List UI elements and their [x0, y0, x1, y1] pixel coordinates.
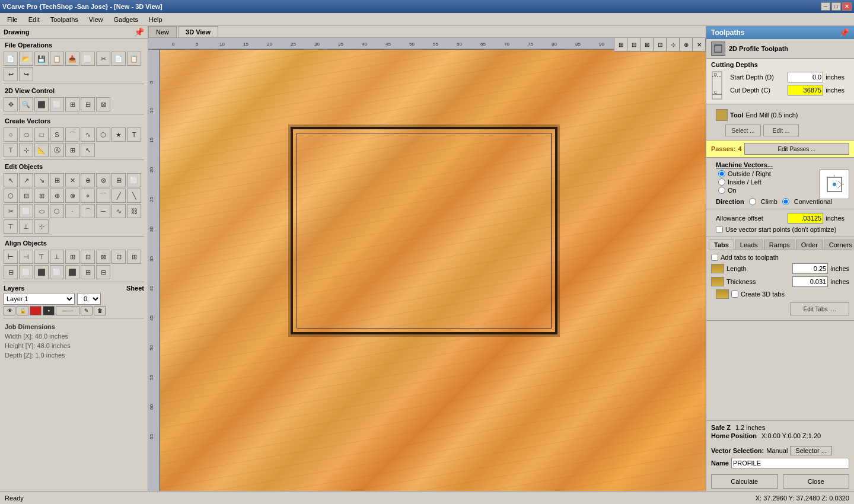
layer-fill-btn[interactable]: ▪ [43, 306, 55, 315]
polygon-btn[interactable]: S [50, 127, 64, 142]
straight-btn[interactable]: ─ [96, 204, 110, 218]
paste-btn[interactable]: 📋 [127, 52, 141, 66]
chain-btn[interactable]: ⛓ [127, 204, 141, 218]
tab-3d-view[interactable]: 3D View [178, 26, 218, 37]
vp-btn-1[interactable]: ⊞ [614, 38, 627, 51]
layer-edit-btn[interactable]: ✎ [81, 306, 93, 315]
space-h-btn[interactable]: ⊞ [127, 250, 141, 264]
align-center-btn[interactable]: ⊣ [19, 250, 33, 264]
copy-btn[interactable]: 📄 [111, 52, 126, 66]
split-btn[interactable]: ⊤ [4, 219, 18, 234]
minimize-btn[interactable]: ─ [821, 2, 830, 11]
cut-btn[interactable]: ✂ [96, 52, 110, 66]
weld-btn[interactable]: ⊕ [50, 189, 64, 203]
allowance-input[interactable] [788, 213, 823, 224]
menu-file[interactable]: File [2, 15, 23, 24]
tab-leads[interactable]: Leads [735, 240, 763, 250]
space-v-btn[interactable]: ⊟ [4, 265, 18, 279]
arc-btn[interactable]: ⌒ [65, 127, 79, 142]
size-match6-btn[interactable]: ⊟ [96, 265, 110, 279]
distribute-v-btn[interactable]: ⊡ [111, 250, 126, 264]
poly-grp-btn[interactable]: ⬡ [50, 204, 64, 218]
inside-left-radio[interactable] [718, 178, 725, 186]
transform-btn[interactable]: ⊗ [96, 173, 110, 187]
point-btn[interactable]: ⊹ [34, 219, 49, 234]
layer-line-btn[interactable]: ─── [56, 306, 79, 315]
align-left-btn[interactable]: ⊢ [4, 250, 18, 264]
rectangle-btn[interactable]: □ [34, 127, 49, 142]
menu-edit[interactable]: Edit [24, 15, 44, 24]
size-btn[interactable]: ⊞ [111, 173, 126, 187]
tab-corners[interactable]: Corners [824, 240, 854, 250]
text-btn[interactable]: T [127, 127, 141, 142]
size-match-btn[interactable]: ⬜ [19, 265, 33, 279]
join-btn[interactable]: ⌖ [81, 189, 95, 203]
fillet-btn[interactable]: ⌒ [96, 189, 110, 203]
thickness-input[interactable] [792, 276, 828, 287]
zoom-3d-btn[interactable]: ⊠ [96, 97, 110, 111]
select-all-btn[interactable]: ⬜ [81, 52, 95, 66]
skew-btn[interactable]: ⬡ [4, 189, 18, 203]
vp-btn-7[interactable]: ✕ [693, 38, 706, 51]
vp-btn-3[interactable]: ⊠ [640, 38, 654, 51]
zoom-btn[interactable]: 🔍 [19, 97, 33, 111]
ellipse-btn[interactable]: ⬭ [19, 127, 33, 142]
smart-btn[interactable]: ↘ [34, 173, 49, 187]
tab-tabs[interactable]: Tabs [709, 240, 734, 250]
tab-ramps[interactable]: Ramps [764, 240, 795, 250]
smooth-btn[interactable]: ∿ [111, 204, 126, 218]
on-radio[interactable] [718, 187, 725, 194]
layer-num-select[interactable]: 0 [77, 293, 101, 305]
save-btn[interactable]: 💾 [34, 52, 49, 66]
close-right-btn[interactable]: Close [783, 474, 850, 489]
layer-delete-btn[interactable]: 🗑 [94, 306, 106, 315]
calculate-btn[interactable]: Calculate [711, 474, 778, 489]
outside-right-radio[interactable] [718, 170, 725, 177]
open-btn[interactable]: 📂 [19, 52, 33, 66]
oval-grp-btn[interactable]: ⬭ [34, 204, 49, 218]
dot-btn[interactable]: · [65, 204, 79, 218]
array-btn[interactable]: ⊞ [34, 189, 49, 203]
extend-btn[interactable]: ╲ [127, 189, 141, 203]
cursor-btn[interactable]: ↖ [81, 143, 95, 157]
group-btn[interactable]: ⊞ [50, 173, 64, 187]
layer-color-btn[interactable] [30, 306, 42, 315]
align-right-btn[interactable]: ⊤ [34, 250, 49, 264]
edit-passes-btn[interactable]: Edit Passes ... [744, 143, 849, 155]
menu-toolpaths[interactable]: Toolpaths [46, 15, 83, 24]
toolpaths-pin[interactable]: 📌 [839, 28, 849, 37]
close-btn[interactable]: ✕ [842, 2, 852, 11]
save-as-btn[interactable]: 📋 [50, 52, 64, 66]
zoom-fit-btn[interactable]: ⊞ [65, 97, 79, 111]
tab-order[interactable]: Order [796, 240, 823, 250]
align-top-btn[interactable]: ⊥ [50, 250, 64, 264]
layer-select[interactable]: Layer 1 [4, 293, 75, 305]
rotate-btn[interactable]: ⬜ [127, 173, 141, 187]
move-btn[interactable]: ⊕ [81, 173, 95, 187]
spline-btn[interactable]: ∿ [81, 127, 95, 142]
menu-view[interactable]: View [84, 15, 108, 24]
chamfer-btn[interactable]: ╱ [111, 189, 126, 203]
length-input[interactable] [792, 263, 828, 274]
measure-btn[interactable]: 📐 [34, 143, 49, 157]
align-middle-btn[interactable]: ⊞ [65, 250, 79, 264]
node-edit-btn[interactable]: ↗ [19, 173, 33, 187]
create-3d-checkbox[interactable] [731, 291, 738, 298]
vp-btn-2[interactable]: ⊟ [627, 38, 640, 51]
merge-btn[interactable]: ⊥ [19, 219, 33, 234]
curve-btn[interactable]: ⌒ [81, 204, 95, 218]
redo-btn[interactable]: ↪ [19, 67, 33, 81]
zoom-box-btn[interactable]: ⬛ [34, 97, 49, 111]
layer-eye-btn[interactable]: 👁 [4, 306, 15, 315]
node-btn[interactable]: ⊹ [19, 143, 33, 157]
art-btn[interactable]: Ⓐ [50, 143, 64, 157]
circle-btn[interactable]: ○ [4, 127, 18, 142]
vp-btn-4[interactable]: ⊡ [654, 38, 667, 51]
size-match4-btn[interactable]: ⬛ [65, 265, 79, 279]
scissors-btn[interactable]: ✂ [4, 204, 18, 218]
vp-btn-5[interactable]: ⊹ [667, 38, 680, 51]
undo-btn[interactable]: ↩ [4, 67, 18, 81]
distribute-h-btn[interactable]: ⊠ [96, 250, 110, 264]
edit-tabs-btn[interactable]: Edit Tabs .... [790, 302, 849, 315]
text2-btn[interactable]: T [4, 143, 18, 157]
